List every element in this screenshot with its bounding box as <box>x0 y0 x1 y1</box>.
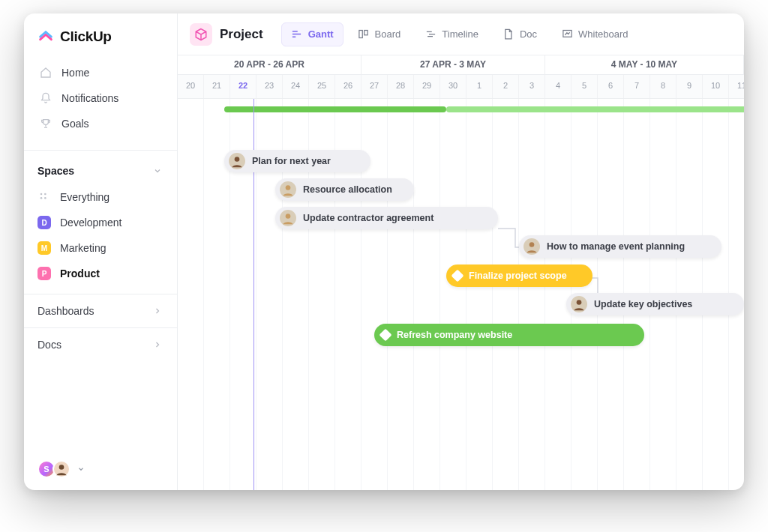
tab-label: Doc <box>520 28 537 40</box>
sidebar-item-label: Everything <box>60 191 110 203</box>
svg-point-15 <box>286 185 291 190</box>
user-switcher[interactable]: S <box>24 448 177 490</box>
tab-label: Gantt <box>308 28 334 40</box>
doc-icon <box>502 28 514 40</box>
nav-notifications[interactable]: Notifications <box>32 85 170 111</box>
day-cell: 22 <box>230 75 256 98</box>
task-bar[interactable]: Plan for next year <box>224 150 370 172</box>
tab-board[interactable]: Board <box>348 22 411 46</box>
nav-goals[interactable]: Goals <box>32 111 170 136</box>
day-cell: 28 <box>388 75 414 98</box>
task-label: Finalize project scope <box>469 270 567 281</box>
sidebar-item-marketing[interactable]: M Marketing <box>24 235 177 261</box>
svg-point-18 <box>577 300 582 305</box>
day-cell: 20 <box>178 75 204 98</box>
svg-point-16 <box>286 214 291 219</box>
project-chip[interactable]: Project <box>190 23 263 46</box>
sidebar-item-product[interactable]: P Product <box>24 261 177 286</box>
day-cell: 9 <box>676 75 703 98</box>
sidebar-item-label: Product <box>60 267 100 279</box>
day-cell: 26 <box>335 75 362 98</box>
gantt-canvas[interactable]: TODAY Plan for next year Resource alloca… <box>178 99 744 490</box>
divider <box>24 150 177 151</box>
svg-point-17 <box>530 242 535 247</box>
task-bar[interactable]: How to manage event planning <box>519 235 722 258</box>
home-icon <box>39 66 52 79</box>
week-cell: 27 APR - 3 MAY <box>362 55 545 74</box>
day-cell: 6 <box>598 75 624 98</box>
week-cell: 4 MAY - 10 MAY <box>545 55 744 74</box>
tab-gantt[interactable]: Gantt <box>281 22 344 46</box>
task-bar[interactable]: Update contractor agreement <box>275 207 498 229</box>
chevron-right-icon <box>152 339 164 351</box>
day-cell: 21 <box>204 75 230 98</box>
svg-point-3 <box>44 197 46 199</box>
svg-point-2 <box>40 197 43 199</box>
tab-label: Timeline <box>442 28 478 40</box>
nav-label: Goals <box>62 118 89 130</box>
spaces-header[interactable]: Spaces <box>24 154 177 184</box>
clickup-logo-icon <box>38 28 54 45</box>
nav-primary: Home Notifications Goals <box>24 58 177 147</box>
svg-rect-9 <box>364 31 368 35</box>
task-label: Plan for next year <box>252 156 331 166</box>
brand-logo[interactable]: ClickUp <box>24 25 177 58</box>
sidebar: ClickUp Home Notifications Goals Spaces … <box>24 13 178 490</box>
tab-whiteboard[interactable]: Whiteboard <box>551 22 638 46</box>
task-bar[interactable]: Update key objectives <box>566 293 744 315</box>
space-badge: M <box>38 241 51 255</box>
nav-home[interactable]: Home <box>32 60 170 85</box>
day-cell: 10 <box>703 75 729 98</box>
nav-label: Home <box>62 67 89 79</box>
day-cell: 1 <box>466 75 493 98</box>
task-label: Update contractor agreement <box>303 213 434 223</box>
day-cell: 2 <box>493 75 519 98</box>
day-cell: 3 <box>519 75 545 98</box>
day-cell: 25 <box>309 75 335 98</box>
sidebar-item-label: Docs <box>38 339 62 351</box>
svg-point-4 <box>59 465 64 470</box>
space-badge: P <box>38 267 51 280</box>
task-bar[interactable]: Refresh company website <box>374 324 644 346</box>
gantt-icon <box>291 28 303 40</box>
bell-icon <box>39 91 52 105</box>
tab-timeline[interactable]: Timeline <box>415 22 488 46</box>
trophy-icon <box>39 117 52 130</box>
space-badge: D <box>38 216 51 229</box>
chevron-right-icon <box>152 305 164 317</box>
tab-label: Board <box>375 28 401 40</box>
brand-name: ClickUp <box>60 28 112 45</box>
sidebar-item-label: Dashboards <box>38 305 94 317</box>
sidebar-item-docs[interactable]: Docs <box>24 327 177 361</box>
milestone-icon <box>452 270 464 282</box>
day-cell: 27 <box>362 75 388 98</box>
day-cell: 29 <box>414 75 440 98</box>
sidebar-item-label: Marketing <box>60 242 106 254</box>
avatar <box>229 153 245 169</box>
day-cell: 4 <box>545 75 572 98</box>
svg-point-1 <box>44 193 46 196</box>
board-icon <box>358 28 370 40</box>
sidebar-item-label: Development <box>60 217 122 229</box>
week-cell: 20 APR - 26 APR <box>178 55 362 74</box>
day-cell: 23 <box>256 75 283 98</box>
sidebar-item-everything[interactable]: Everything <box>24 184 177 210</box>
progress-bar-segment <box>446 106 744 112</box>
svg-rect-8 <box>359 31 362 38</box>
task-bar[interactable]: Finalize project scope <box>446 265 592 287</box>
tab-doc[interactable]: Doc <box>493 22 547 46</box>
task-label: Refresh company website <box>397 330 512 340</box>
day-cell: 24 <box>283 75 309 98</box>
chevron-down-icon <box>75 463 87 475</box>
svg-point-14 <box>235 157 240 162</box>
avatar <box>52 460 70 478</box>
avatar <box>524 238 540 255</box>
task-bar[interactable]: Resource allocation <box>275 178 414 201</box>
avatar <box>280 181 296 198</box>
nav-label: Notifications <box>62 92 118 104</box>
spaces-title: Spaces <box>38 165 74 177</box>
progress-bar-segment <box>224 106 446 112</box>
sidebar-item-development[interactable]: D Development <box>24 210 177 235</box>
sidebar-item-dashboards[interactable]: Dashboards <box>24 294 177 327</box>
app-window: { "brand": { "name": "ClickUp" }, "sideb… <box>24 13 744 490</box>
